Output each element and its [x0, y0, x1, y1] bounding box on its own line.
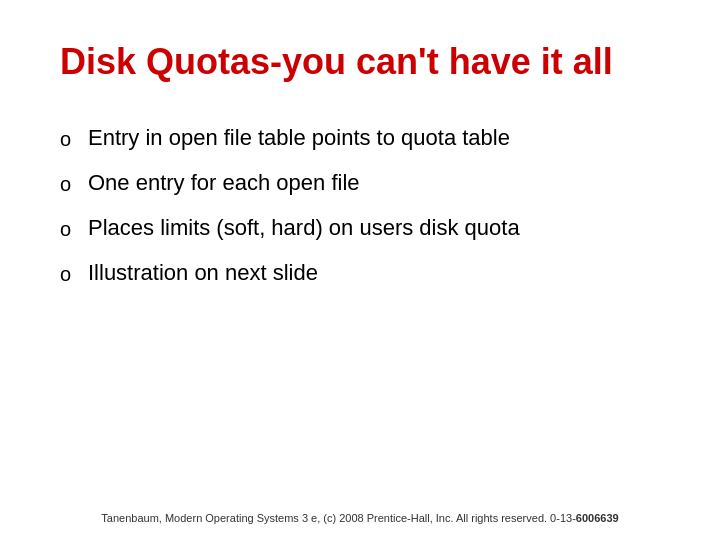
bullet-text-2: Places limits (soft, hard) on users disk…: [88, 213, 660, 244]
bullet-item-1: oOne entry for each open file: [60, 168, 660, 199]
bullet-item-2: oPlaces limits (soft, hard) on users dis…: [60, 213, 660, 244]
footer: Tanenbaum, Modern Operating Systems 3 e,…: [0, 512, 720, 524]
bullet-list: oEntry in open file table points to quot…: [60, 123, 660, 510]
bullet-marker-2: o: [60, 213, 88, 243]
footer-bold: 6006639: [576, 512, 619, 524]
bullet-marker-1: o: [60, 168, 88, 198]
bullet-text-0: Entry in open file table points to quota…: [88, 123, 660, 154]
slide-title: Disk Quotas-you can't have it all: [60, 40, 660, 83]
slide-container: Disk Quotas-you can't have it all oEntry…: [0, 0, 720, 540]
bullet-marker-0: o: [60, 123, 88, 153]
footer-text: Tanenbaum, Modern Operating Systems 3 e,…: [101, 512, 575, 524]
bullet-item-3: oIllustration on next slide: [60, 258, 660, 289]
bullet-marker-3: o: [60, 258, 88, 288]
bullet-text-3: Illustration on next slide: [88, 258, 660, 289]
bullet-item-0: oEntry in open file table points to quot…: [60, 123, 660, 154]
bullet-text-1: One entry for each open file: [88, 168, 660, 199]
